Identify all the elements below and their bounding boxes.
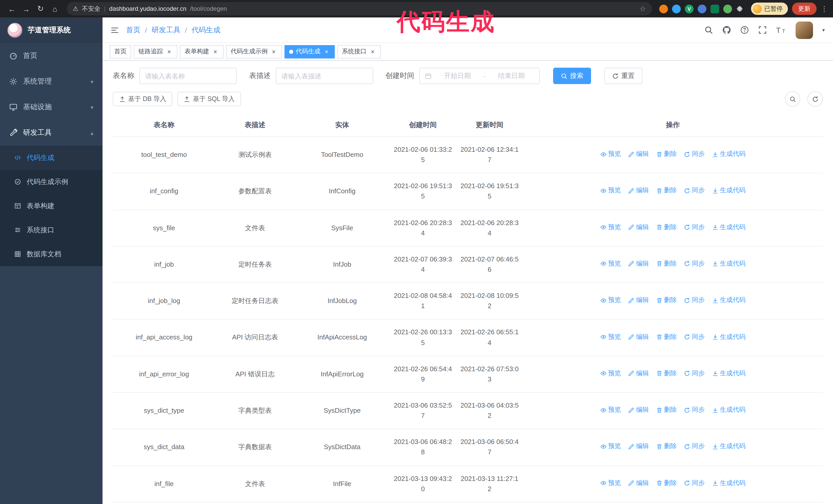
avatar-caret-icon[interactable]: ▾ xyxy=(822,27,825,33)
browser-menu-icon[interactable]: ⋮ xyxy=(821,5,828,13)
delete-link[interactable]: 删除 xyxy=(656,149,677,159)
edit-link[interactable]: 编辑 xyxy=(628,295,649,305)
sidebar-item-infra[interactable]: 基础设施▾ xyxy=(0,94,102,120)
sync-link[interactable]: 同步 xyxy=(684,478,705,488)
edit-link[interactable]: 编辑 xyxy=(628,369,649,379)
delete-link[interactable]: 删除 xyxy=(656,369,677,379)
delete-link[interactable]: 删除 xyxy=(656,222,677,232)
tab-api[interactable]: 系统接口× xyxy=(337,45,381,58)
generate-code-link[interactable]: 生成代码 xyxy=(712,149,745,159)
extension-icon-3[interactable]: V xyxy=(685,4,694,13)
create-time-range-picker[interactable]: 开始日期 - 结束日期 xyxy=(419,68,540,84)
breadcrumb-devtools[interactable]: 研发工具 xyxy=(152,25,181,34)
reload-icon[interactable]: ↻ xyxy=(34,2,47,16)
generate-code-link[interactable]: 生成代码 xyxy=(712,369,745,379)
edit-link[interactable]: 编辑 xyxy=(628,222,649,232)
toggle-search-button[interactable] xyxy=(785,91,800,106)
edit-link[interactable]: 编辑 xyxy=(628,478,649,488)
extension-icon-1[interactable] xyxy=(659,4,668,13)
sync-link[interactable]: 同步 xyxy=(684,442,705,452)
extensions-puzzle-icon[interactable] xyxy=(736,4,745,13)
sync-link[interactable]: 同步 xyxy=(684,295,705,305)
preview-link[interactable]: 预览 xyxy=(600,332,621,342)
delete-link[interactable]: 删除 xyxy=(656,295,677,305)
edit-link[interactable]: 编辑 xyxy=(628,149,649,159)
sidebar-item-system[interactable]: 系统管理▾ xyxy=(0,69,102,94)
generate-code-link[interactable]: 生成代码 xyxy=(712,222,745,232)
delete-link[interactable]: 删除 xyxy=(656,332,677,342)
delete-link[interactable]: 删除 xyxy=(656,442,677,452)
sync-link[interactable]: 同步 xyxy=(684,149,705,159)
extension-icon-2[interactable] xyxy=(672,4,681,13)
tab-codegen[interactable]: 代码生成× xyxy=(285,45,335,58)
back-icon[interactable]: ← xyxy=(5,2,19,16)
hamburger-icon[interactable] xyxy=(111,26,119,34)
help-icon[interactable] xyxy=(740,26,749,34)
reset-button[interactable]: 重置 xyxy=(604,68,642,84)
sync-link[interactable]: 同步 xyxy=(684,405,705,415)
search-button[interactable]: 搜索 xyxy=(553,68,591,84)
sync-link[interactable]: 同步 xyxy=(684,222,705,232)
preview-link[interactable]: 预览 xyxy=(600,186,621,196)
table-desc-input[interactable] xyxy=(276,68,373,84)
refresh-list-button[interactable] xyxy=(807,91,823,106)
bookmark-star-icon[interactable]: ☆ xyxy=(640,5,646,13)
edit-link[interactable]: 编辑 xyxy=(628,405,649,415)
delete-link[interactable]: 删除 xyxy=(656,405,677,415)
sidebar-subitem-db-doc[interactable]: 数据库文档 xyxy=(0,242,102,266)
sidebar-subitem-codegen-example[interactable]: 代码生成示例 xyxy=(0,170,102,194)
extension-icon-4[interactable] xyxy=(698,4,706,13)
import-sql-button[interactable]: 基于 SQL 导入 xyxy=(177,92,241,106)
tab-codegen-example[interactable]: 代码生成示例× xyxy=(226,45,282,58)
generate-code-link[interactable]: 生成代码 xyxy=(712,405,745,415)
sidebar-item-home[interactable]: 首页 xyxy=(0,43,102,69)
generate-code-link[interactable]: 生成代码 xyxy=(712,442,745,452)
preview-link[interactable]: 预览 xyxy=(600,405,621,415)
generate-code-link[interactable]: 生成代码 xyxy=(712,259,745,269)
preview-link[interactable]: 预览 xyxy=(600,369,621,379)
profile-paused-chip[interactable]: 已暂停 xyxy=(751,3,788,15)
preview-link[interactable]: 预览 xyxy=(600,259,621,269)
tab-close-icon[interactable]: × xyxy=(270,48,277,55)
tab-close-icon[interactable]: × xyxy=(369,48,376,55)
preview-link[interactable]: 预览 xyxy=(600,222,621,232)
sync-link[interactable]: 同步 xyxy=(684,186,705,196)
tab-form-build[interactable]: 表单构建× xyxy=(180,45,223,58)
breadcrumb-home[interactable]: 首页 xyxy=(126,25,140,34)
tab-close-icon[interactable]: × xyxy=(212,48,219,55)
edit-link[interactable]: 编辑 xyxy=(628,259,649,269)
generate-code-link[interactable]: 生成代码 xyxy=(712,478,745,488)
tab-home[interactable]: 首页 xyxy=(110,45,131,58)
header-search-icon[interactable] xyxy=(704,26,713,34)
sync-link[interactable]: 同步 xyxy=(684,259,705,269)
sidebar-subitem-codegen[interactable]: 代码生成 xyxy=(0,146,102,170)
preview-link[interactable]: 预览 xyxy=(600,478,621,488)
extension-icon-5[interactable] xyxy=(711,4,719,13)
edit-link[interactable]: 编辑 xyxy=(628,442,649,452)
generate-code-link[interactable]: 生成代码 xyxy=(712,332,745,342)
generate-code-link[interactable]: 生成代码 xyxy=(712,186,745,196)
fullscreen-icon[interactable] xyxy=(758,26,767,34)
browser-update-button[interactable]: 更新 xyxy=(792,3,816,15)
sync-link[interactable]: 同步 xyxy=(684,332,705,342)
edit-link[interactable]: 编辑 xyxy=(628,332,649,342)
import-db-button[interactable]: 基于 DB 导入 xyxy=(113,92,172,106)
github-icon[interactable] xyxy=(722,26,731,34)
font-size-icon[interactable]: TT xyxy=(776,26,786,34)
address-bar[interactable]: ⚠ 不安全 | dashboard.yudao.iocoder.cn/tool/… xyxy=(67,2,652,16)
sidebar-subitem-form-build[interactable]: 表单构建 xyxy=(0,194,102,218)
table-name-input[interactable] xyxy=(139,68,237,84)
generate-code-link[interactable]: 生成代码 xyxy=(712,295,745,305)
home-icon[interactable]: ⌂ xyxy=(48,2,62,16)
extension-icon-6[interactable] xyxy=(723,4,732,13)
preview-link[interactable]: 预览 xyxy=(600,295,621,305)
sync-link[interactable]: 同步 xyxy=(684,369,705,379)
tab-trace[interactable]: 链路追踪× xyxy=(134,45,177,58)
edit-link[interactable]: 编辑 xyxy=(628,186,649,196)
delete-link[interactable]: 删除 xyxy=(656,259,677,269)
preview-link[interactable]: 预览 xyxy=(600,442,621,452)
sidebar-item-devtools[interactable]: 研发工具▴ xyxy=(0,120,102,146)
user-avatar[interactable] xyxy=(795,21,813,39)
tab-close-icon[interactable]: × xyxy=(323,48,330,55)
tab-close-icon[interactable]: × xyxy=(166,48,173,55)
